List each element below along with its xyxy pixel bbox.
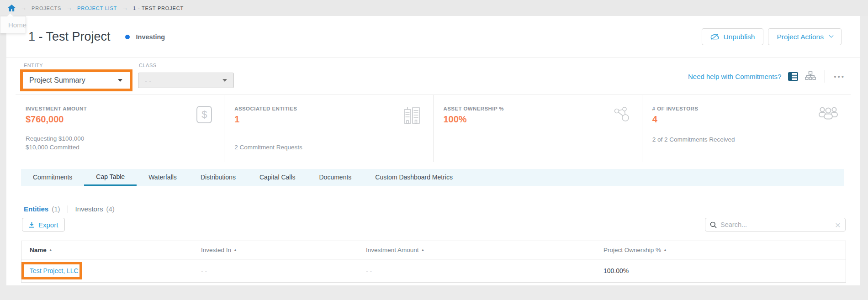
- tab-cap-table[interactable]: Cap Table: [84, 169, 137, 186]
- stats-row: INVESTMENT AMOUNT $760,000 Requesting $1…: [16, 95, 851, 162]
- title-row: 1 - Test Project Investing Unpublish Pro…: [6, 16, 860, 58]
- column-header-name[interactable]: Name▲: [21, 247, 201, 253]
- class-select[interactable]: - -: [138, 73, 234, 88]
- stat-subtext: 2 Commitment Requests: [234, 143, 302, 152]
- cell-project-ownership: 100.00%: [603, 267, 846, 274]
- divider: [825, 70, 825, 83]
- column-header-invested-in[interactable]: Invested In▲: [201, 247, 366, 253]
- home-icon[interactable]: [8, 5, 16, 11]
- class-field: CLASS - -: [138, 63, 234, 95]
- breadcrumb-arrow-icon: →: [122, 5, 128, 11]
- subtab-entities[interactable]: Entities: [24, 205, 48, 213]
- dollar-icon: $: [196, 106, 212, 123]
- status-label: Investing: [136, 33, 165, 41]
- sort-asc-icon: ▲: [663, 248, 667, 252]
- people-icon: [818, 106, 839, 122]
- tab-documents[interactable]: Documents: [307, 169, 364, 186]
- column-label: Investment Amount: [366, 247, 419, 253]
- stat-associated-entities: ASSOCIATED ENTITIES 1 2 Commitment Reque…: [224, 95, 433, 162]
- tab-commitments[interactable]: Commitments: [21, 169, 84, 186]
- annotation-highlight-entity: Project Summary: [20, 69, 132, 91]
- home-tooltip: Home: [0, 16, 26, 33]
- breadcrumb-arrow-icon: →: [66, 5, 72, 11]
- divider: [68, 205, 68, 213]
- stat-value: 100%: [444, 114, 642, 125]
- breadcrumb-current: 1 - TEST PROJECT: [133, 5, 184, 11]
- stat-investment-amount: INVESTMENT AMOUNT $760,000 Requesting $1…: [16, 95, 224, 162]
- status-dot-icon: [125, 35, 130, 39]
- stat-subtext: Requesting $100,000 $10,000 Committed: [26, 134, 84, 152]
- stat-label: ASSET OWNERSHIP %: [444, 106, 642, 111]
- subtab-investors[interactable]: Investors: [75, 205, 103, 213]
- tab-custom-dashboard-metrics[interactable]: Custom Dashboard Metrics: [363, 169, 465, 186]
- sort-asc-icon: ▲: [233, 248, 237, 252]
- home-tooltip-label: Home: [8, 21, 26, 29]
- table-header-row: Name▲ Invested In▲ Investment Amount▲ Pr…: [21, 241, 846, 259]
- filter-actions: Need help with Commitments?: [688, 70, 845, 83]
- filter-row: ENTITY Project Summary CLASS - - Need he…: [16, 58, 851, 95]
- sort-asc-icon: ▲: [421, 248, 425, 252]
- clear-search-icon[interactable]: ×: [835, 220, 841, 230]
- page-title: 1 - Test Project: [28, 30, 111, 44]
- column-label: Project Ownership %: [603, 247, 661, 253]
- cell-invested-in: - -: [201, 267, 366, 274]
- entity-select-value: Project Summary: [29, 76, 85, 84]
- sort-asc-icon: ▲: [49, 248, 53, 252]
- project-actions-label: Project Actions: [777, 33, 824, 41]
- breadcrumb-arrow-icon: →: [21, 5, 26, 11]
- breadcrumb-projects[interactable]: PROJECTS: [32, 5, 61, 11]
- export-button[interactable]: Export: [22, 218, 65, 232]
- entities-table: Name▲ Invested In▲ Investment Amount▲ Pr…: [21, 241, 846, 283]
- breadcrumb-project-list[interactable]: PROJECT LIST: [77, 5, 117, 11]
- tab-waterfalls[interactable]: Waterfalls: [137, 169, 189, 186]
- org-chart-view-icon[interactable]: [805, 71, 816, 81]
- table-row: Test Project, LLC - - - - 100.00%: [21, 259, 846, 282]
- table-view-icon[interactable]: [788, 72, 798, 81]
- breadcrumb: → PROJECTS → PROJECT LIST → 1 - TEST PRO…: [0, 0, 868, 16]
- entity-label: ENTITY: [24, 63, 132, 69]
- entity-field: ENTITY Project Summary: [20, 63, 132, 95]
- project-actions-button[interactable]: Project Actions: [768, 28, 842, 45]
- stat-subline: 2 of 2 Commitments Received: [652, 135, 735, 144]
- download-icon: [29, 221, 35, 228]
- subtabs: Entities (1) Investors (4): [24, 205, 115, 213]
- class-select-value: - -: [145, 77, 151, 84]
- more-options-icon[interactable]: •••: [834, 73, 845, 80]
- stat-subtext: 2 of 2 Commitments Received: [652, 135, 735, 144]
- stat-subline: 2 Commitment Requests: [234, 143, 302, 152]
- search-input[interactable]: [720, 221, 835, 228]
- search-box: ×: [705, 218, 846, 232]
- column-label: Invested In: [201, 247, 231, 253]
- class-label: CLASS: [139, 63, 234, 69]
- search-icon: [710, 221, 717, 228]
- stat-num-investors: # OF INVESTORS 4 2 of 2 Commitments Rece…: [642, 95, 851, 162]
- export-label: Export: [38, 221, 58, 229]
- tab-distributions[interactable]: Distributions: [189, 169, 248, 186]
- tab-bar: Commitments Cap Table Waterfalls Distrib…: [21, 169, 844, 186]
- cell-investment-amount: - -: [366, 267, 603, 274]
- stat-subline: Requesting $100,000: [26, 134, 84, 143]
- stat-value: $760,000: [26, 114, 224, 125]
- column-header-investment-amount[interactable]: Investment Amount▲: [366, 247, 603, 253]
- help-link[interactable]: Need help with Commitments?: [688, 73, 781, 80]
- stat-subline: $10,000 Committed: [26, 143, 84, 152]
- subtab-investors-count: (4): [106, 205, 114, 213]
- chevron-down-icon: [829, 33, 834, 38]
- entity-row-link[interactable]: Test Project, LLC: [30, 267, 79, 274]
- column-label: Name: [30, 247, 47, 253]
- column-header-project-ownership[interactable]: Project Ownership %▲: [603, 247, 846, 253]
- annotation-highlight-row-name: Test Project, LLC: [21, 262, 82, 279]
- main-card: 1 - Test Project Investing Unpublish Pro…: [6, 16, 860, 285]
- unpublish-button[interactable]: Unpublish: [702, 28, 764, 45]
- subtab-entities-count: (1): [52, 205, 60, 213]
- unpublish-label: Unpublish: [724, 33, 755, 41]
- stat-label: INVESTMENT AMOUNT: [26, 106, 224, 111]
- entity-select[interactable]: Project Summary: [23, 72, 130, 89]
- stat-asset-ownership: ASSET OWNERSHIP % 100%: [433, 95, 642, 162]
- tab-capital-calls[interactable]: Capital Calls: [248, 169, 307, 186]
- caret-down-icon: [118, 79, 122, 82]
- caret-down-icon: [222, 79, 227, 82]
- network-icon: [613, 106, 630, 124]
- cloud-off-icon: [710, 33, 720, 40]
- buildings-icon: [403, 106, 421, 127]
